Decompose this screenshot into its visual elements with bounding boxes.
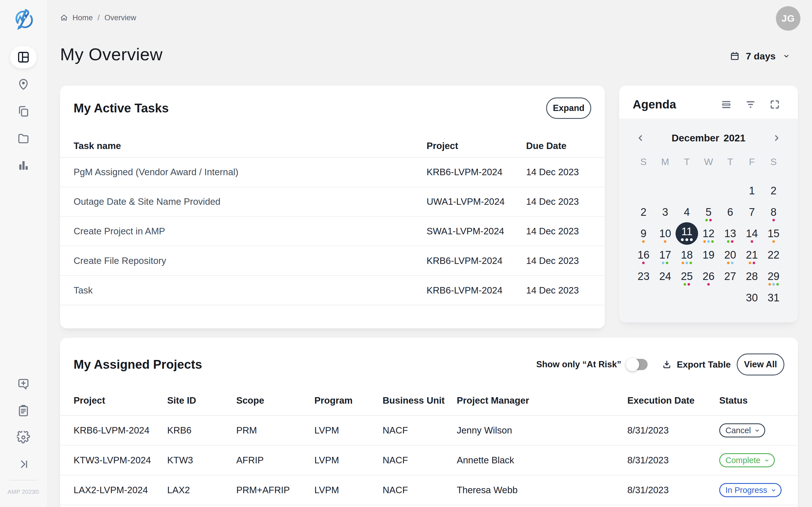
calendar-day[interactable]: 3 <box>654 202 676 223</box>
project-status-cell: Complete <box>719 453 785 467</box>
calendar-event-dots <box>684 283 690 286</box>
calendar-day[interactable]: 5 <box>698 202 719 223</box>
calendar-day-number: 2 <box>641 206 647 218</box>
task-row[interactable]: Create File RepositoryKRB6-LVPM-202414 D… <box>60 246 605 276</box>
export-table-button[interactable]: Export Table <box>662 359 730 370</box>
projects-col-project-manager: Project Manager <box>457 395 627 406</box>
gear-icon <box>17 431 30 444</box>
project-row[interactable]: KTW3-LVPM-2024KTW3AFRIPLVPMNACFAnnette B… <box>60 446 798 475</box>
calendar-day-number: 23 <box>638 270 649 283</box>
calendar-day-number: 5 <box>705 206 711 218</box>
home-icon[interactable] <box>60 14 68 22</box>
download-icon <box>662 360 672 369</box>
amp-logo-icon <box>13 8 34 32</box>
calendar-day[interactable]: 18 <box>676 244 698 266</box>
calendar-day[interactable]: 23 <box>633 266 654 287</box>
project-row[interactable]: KRB6-LVPM-2024KRB6PRMLVPMNACFJenny Wilso… <box>60 416 798 446</box>
calendar-event-dots <box>749 262 755 264</box>
calendar-empty-day <box>719 287 741 308</box>
copy-icon <box>17 105 30 118</box>
task-due-date-cell: 14 Dec 2023 <box>526 167 591 177</box>
task-due-date-cell: 14 Dec 2023 <box>526 196 591 207</box>
calendar-day[interactable]: 24 <box>654 266 676 287</box>
weekday-label: T <box>719 156 741 167</box>
chevron-down-icon <box>783 52 790 60</box>
task-row[interactable]: Outage Date & Site Name ProvidedUWA1-LVP… <box>60 187 605 217</box>
calendar-day[interactable]: 26 <box>698 266 719 287</box>
calendar-day[interactable]: 10 <box>654 223 676 244</box>
calendar-day[interactable]: 7 <box>741 202 763 223</box>
calendar-day[interactable]: 13 <box>719 223 741 244</box>
calendar-day[interactable]: 2 <box>763 180 784 202</box>
calendar-day[interactable]: 6 <box>719 202 741 223</box>
calendar-day[interactable]: 12 <box>698 223 719 244</box>
project-row[interactable]: LAX2-LVPM-2024LAX2PRM+AFRIPLVPMNACFThere… <box>60 475 798 505</box>
calendar-day[interactable]: 29 <box>763 266 784 287</box>
avatar[interactable]: JG <box>776 6 801 31</box>
breadcrumb: Home / Overview <box>60 11 136 25</box>
calendar-day[interactable]: 30 <box>741 287 763 308</box>
calendar-day[interactable]: 16 <box>633 244 654 266</box>
calendar-day[interactable]: 1 <box>741 180 763 202</box>
calendar-day-number: 18 <box>681 249 693 261</box>
sidebar-item-collapse[interactable] <box>10 453 37 475</box>
calendar-day-number: 31 <box>767 292 779 304</box>
breadcrumb-current[interactable]: Overview <box>105 13 137 22</box>
calendar-day[interactable]: 8 <box>763 202 784 223</box>
calendar-day-number: 21 <box>746 249 758 261</box>
calendar-day[interactable]: 28 <box>741 266 763 287</box>
expand-button[interactable]: Expand <box>546 98 591 119</box>
breadcrumb-home[interactable]: Home <box>72 13 93 22</box>
calendar-day[interactable]: 15 <box>763 223 784 244</box>
agenda-filter-button[interactable] <box>745 99 756 110</box>
task-row[interactable]: PgM Assigned (Vendor Award / Internal)KR… <box>60 158 605 187</box>
calendar-empty-day <box>719 180 741 202</box>
sidebar-item-feedback[interactable] <box>10 373 37 395</box>
sidebar-item-reports[interactable] <box>10 154 37 176</box>
task-row[interactable]: TaskKRB6-LVPM-202414 Dec 2023 <box>60 276 605 305</box>
view-all-button[interactable]: View All <box>737 353 784 376</box>
agenda-calendar-panel: December 2021 SMTWTFS 122345678910111213… <box>619 119 798 323</box>
chevron-down-icon <box>755 428 760 433</box>
at-risk-toggle-label: Show only “At Risk” <box>536 359 621 370</box>
main-content: Home / Overview JG My Overview 7 days My… <box>47 0 812 507</box>
prev-month-icon[interactable] <box>637 134 645 142</box>
calendar-day[interactable]: 21 <box>741 244 763 266</box>
project-business-unit-cell: NACF <box>383 485 457 496</box>
calendar-day[interactable]: 14 <box>741 223 763 244</box>
calendar-week-row: 16171819202122 <box>633 244 784 266</box>
sidebar-item-files[interactable] <box>10 127 37 149</box>
agenda-list-view-button[interactable] <box>721 99 732 110</box>
sidebar-item-locations[interactable] <box>10 73 37 95</box>
status-dropdown-inprogress[interactable]: In Progress <box>719 483 781 497</box>
calendar-day[interactable]: 2 <box>633 202 654 223</box>
calendar-day[interactable]: 22 <box>763 244 784 266</box>
calendar-empty-day <box>676 287 698 308</box>
sidebar-item-dashboard[interactable] <box>10 46 37 68</box>
fullscreen-icon <box>769 99 780 110</box>
filter-icon <box>745 99 756 110</box>
status-dropdown-complete[interactable]: Complete <box>719 453 775 467</box>
task-row[interactable]: Create Project in AMPSWA1-LVPM-202414 De… <box>60 217 605 246</box>
agenda-fullscreen-button[interactable] <box>769 99 780 110</box>
calendar-day[interactable]: 11 <box>676 223 698 244</box>
calendar-day[interactable]: 4 <box>676 202 698 223</box>
sidebar-item-settings[interactable] <box>10 427 37 448</box>
calendar-day[interactable]: 25 <box>676 266 698 287</box>
sidebar-item-documents[interactable] <box>10 100 37 122</box>
calendar-day[interactable]: 19 <box>698 244 719 266</box>
sidebar-item-tasks[interactable] <box>10 400 37 421</box>
calendar-day[interactable]: 31 <box>763 287 784 308</box>
task-name-cell: Task <box>73 285 426 296</box>
status-dropdown-cancel[interactable]: Cancel <box>719 424 765 438</box>
calendar-day[interactable]: 20 <box>719 244 741 266</box>
at-risk-toggle[interactable] <box>627 359 648 370</box>
calendar-week-row: 2345678 <box>633 202 784 223</box>
calendar-day[interactable]: 27 <box>719 266 741 287</box>
calendar-day[interactable]: 9 <box>633 223 654 244</box>
date-range-picker[interactable]: 7 days <box>730 51 790 62</box>
calendar-day[interactable]: 17 <box>654 244 676 266</box>
calendar-day-number: 20 <box>724 249 736 261</box>
export-table-label: Export Table <box>677 359 730 370</box>
next-month-icon[interactable] <box>772 134 781 142</box>
